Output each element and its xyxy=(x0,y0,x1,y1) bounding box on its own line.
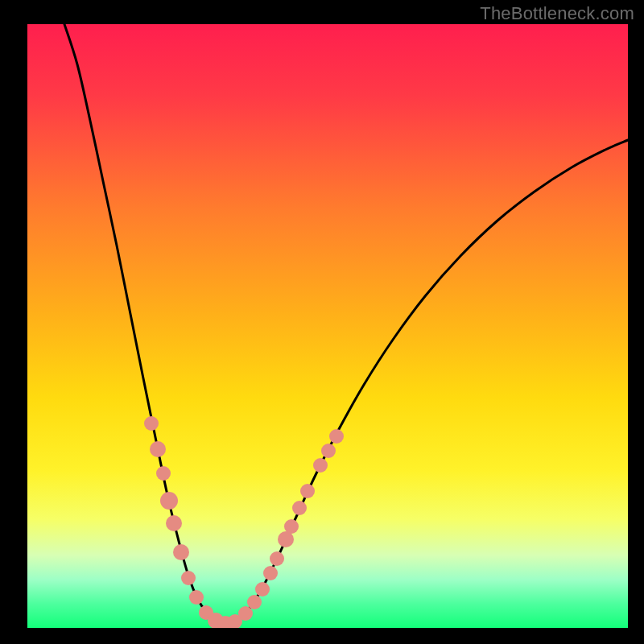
data-dot xyxy=(255,582,270,597)
data-dot xyxy=(173,544,189,560)
data-dot xyxy=(329,429,344,444)
data-dot xyxy=(270,551,284,566)
data-dot xyxy=(144,416,159,431)
chart-frame: TheBottleneck.com xyxy=(0,0,644,644)
data-dot xyxy=(189,590,204,605)
watermark-text: TheBottleneck.com xyxy=(480,3,634,24)
data-dot xyxy=(156,466,171,481)
data-dot xyxy=(150,441,166,457)
data-dot xyxy=(263,566,278,580)
data-dot xyxy=(313,458,328,473)
data-dot xyxy=(300,484,315,498)
bottleneck-chart xyxy=(0,0,644,644)
data-dot xyxy=(247,595,262,609)
data-dot xyxy=(292,501,307,515)
data-dot xyxy=(321,444,336,458)
data-dot xyxy=(284,519,299,534)
gradient-background xyxy=(27,24,628,628)
data-dot xyxy=(238,606,253,621)
data-dot xyxy=(181,571,196,585)
data-dot xyxy=(166,515,182,531)
data-dot xyxy=(160,492,178,510)
